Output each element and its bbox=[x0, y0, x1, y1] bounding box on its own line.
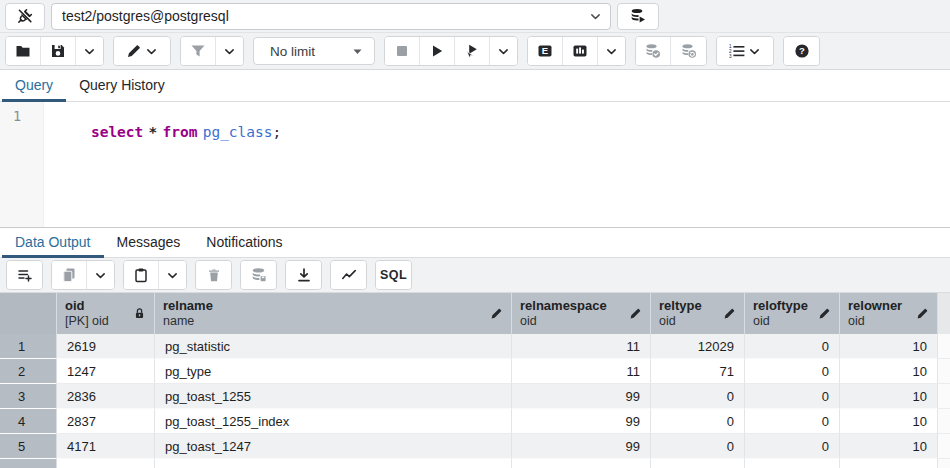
edit-column-icon[interactable] bbox=[629, 307, 642, 320]
macros-menu-button[interactable]: 123 bbox=[717, 37, 773, 65]
cell-reltype[interactable]: 12029 bbox=[651, 334, 745, 359]
chevron-down-icon bbox=[145, 45, 158, 58]
stop-button[interactable] bbox=[385, 37, 420, 65]
cell-reloftype[interactable]: 0 bbox=[745, 359, 840, 384]
cell-reltype[interactable]: 0 bbox=[651, 384, 745, 409]
download-results-button[interactable] bbox=[286, 261, 321, 289]
execute-options-dropdown[interactable] bbox=[490, 37, 517, 65]
tab-query[interactable]: Query bbox=[2, 70, 66, 102]
cell-relname[interactable]: pg_statistic bbox=[155, 334, 512, 359]
tab-notifications[interactable]: Notifications bbox=[193, 228, 295, 258]
edit-column-icon[interactable] bbox=[818, 307, 831, 320]
graph-visualiser-button[interactable] bbox=[331, 261, 366, 289]
cell-relname[interactable]: pg_type bbox=[155, 359, 512, 384]
cell-reltype[interactable]: 71 bbox=[651, 359, 745, 384]
filter-options-dropdown[interactable] bbox=[216, 37, 243, 65]
column-header-relnamespace[interactable]: relnamespace oid bbox=[512, 293, 651, 334]
grid-header-row: oid [PK] oid relname name relnamespace o… bbox=[0, 293, 950, 334]
explain-options-dropdown[interactable] bbox=[598, 37, 625, 65]
edit-menu-button[interactable] bbox=[114, 37, 170, 65]
cell-relowner[interactable]: 10 bbox=[840, 359, 938, 384]
cell-relnamespace[interactable]: 11 bbox=[512, 359, 651, 384]
cell-relnamespace[interactable]: 99 bbox=[512, 409, 651, 434]
table-row[interactable]: 5 4171 pg_toast_1247 99 0 0 10 bbox=[0, 434, 950, 459]
open-file-button[interactable] bbox=[6, 37, 41, 65]
row-limit-select[interactable]: No limit bbox=[253, 37, 375, 65]
add-row-button[interactable] bbox=[7, 261, 42, 289]
tab-query-history[interactable]: Query History bbox=[66, 70, 178, 102]
save-icon bbox=[50, 43, 66, 59]
rollback-button[interactable] bbox=[671, 37, 706, 65]
cell-relowner[interactable]: 10 bbox=[840, 334, 938, 359]
copy-button[interactable] bbox=[52, 261, 87, 289]
editor-code-area[interactable]: select*frompg_class; bbox=[44, 102, 950, 227]
row-gutter bbox=[938, 434, 950, 459]
edit-column-icon[interactable] bbox=[723, 307, 736, 320]
cell-oid[interactable]: 4171 bbox=[57, 434, 155, 459]
table-row[interactable]: 4 2837 pg_toast_1255_index 99 0 0 10 bbox=[0, 409, 950, 434]
cell-relname[interactable]: pg_toast_1255_index bbox=[155, 409, 512, 434]
column-header-relowner[interactable]: relowner oid bbox=[840, 293, 938, 334]
show-sql-button[interactable]: SQL bbox=[376, 261, 411, 289]
cell-reltype[interactable]: 0 bbox=[651, 434, 745, 459]
edit-column-icon[interactable] bbox=[916, 307, 929, 320]
cell-oid[interactable]: 2836 bbox=[57, 384, 155, 409]
row-number[interactable]: 3 bbox=[0, 384, 57, 409]
column-header-reltype[interactable]: reltype oid bbox=[651, 293, 745, 334]
edit-column-icon[interactable] bbox=[490, 307, 503, 320]
chevron-down-icon bbox=[83, 45, 96, 58]
chevron-down-icon bbox=[589, 10, 602, 23]
cell-relname[interactable]: pg_toast_1247 bbox=[155, 434, 512, 459]
cell-relnamespace[interactable]: 11 bbox=[512, 334, 651, 359]
execute-button[interactable] bbox=[420, 37, 455, 65]
save-options-dropdown[interactable] bbox=[76, 37, 103, 65]
cell-reloftype[interactable]: 0 bbox=[745, 409, 840, 434]
cell-relowner[interactable]: 10 bbox=[840, 409, 938, 434]
cell-oid[interactable]: 2619 bbox=[57, 334, 155, 359]
column-header-oid[interactable]: oid [PK] oid bbox=[57, 293, 155, 334]
delete-row-button[interactable] bbox=[196, 261, 231, 289]
help-icon: ? bbox=[794, 43, 810, 59]
table-row[interactable]: 3 2836 pg_toast_1255 99 0 0 10 bbox=[0, 384, 950, 409]
explain-button[interactable]: E bbox=[528, 37, 563, 65]
cell-oid[interactable]: 2837 bbox=[57, 409, 155, 434]
sql-editor[interactable]: 1 select*frompg_class; bbox=[0, 102, 950, 227]
grid-select-all-corner[interactable] bbox=[0, 293, 57, 334]
tab-data-output[interactable]: Data Output bbox=[2, 228, 104, 258]
connection-status-button[interactable] bbox=[5, 3, 45, 30]
new-connection-button[interactable] bbox=[617, 3, 659, 30]
cell-relnamespace[interactable]: 99 bbox=[512, 384, 651, 409]
connection-selector[interactable]: test2/postgres@postgresql bbox=[51, 3, 611, 30]
row-number[interactable]: 4 bbox=[0, 409, 57, 434]
explain-analyze-button[interactable] bbox=[563, 37, 598, 65]
cell-reloftype[interactable]: 0 bbox=[745, 334, 840, 359]
help-button[interactable]: ? bbox=[784, 37, 819, 65]
row-number[interactable]: 5 bbox=[0, 434, 57, 459]
row-number[interactable]: 1 bbox=[0, 334, 57, 359]
column-header-relname[interactable]: relname name bbox=[155, 293, 512, 334]
cell-relowner[interactable]: 10 bbox=[840, 434, 938, 459]
cell-reloftype[interactable]: 0 bbox=[745, 384, 840, 409]
cell-relnamespace[interactable]: 99 bbox=[512, 434, 651, 459]
paste-icon bbox=[133, 267, 149, 283]
row-number[interactable]: 2 bbox=[0, 359, 57, 384]
cell-relname[interactable]: pg_toast_1255 bbox=[155, 384, 512, 409]
table-row[interactable]: 1 2619 pg_statistic 11 12029 0 10 bbox=[0, 334, 950, 359]
save-data-changes-button[interactable] bbox=[241, 261, 276, 289]
cell-reloftype[interactable]: 0 bbox=[745, 434, 840, 459]
commit-button[interactable] bbox=[636, 37, 671, 65]
macros-list-icon: 123 bbox=[729, 43, 745, 59]
cell-relowner[interactable]: 10 bbox=[840, 384, 938, 409]
table-row[interactable]: 2 1247 pg_type 11 71 0 10 bbox=[0, 359, 950, 384]
copy-options-dropdown[interactable] bbox=[87, 261, 114, 289]
filter-icon bbox=[190, 43, 206, 59]
tab-messages[interactable]: Messages bbox=[104, 228, 194, 258]
column-header-reloftype[interactable]: reloftype oid bbox=[745, 293, 840, 334]
filter-button[interactable] bbox=[181, 37, 216, 65]
save-file-button[interactable] bbox=[41, 37, 76, 65]
execute-to-cursor-button[interactable] bbox=[455, 37, 490, 65]
paste-options-dropdown[interactable] bbox=[159, 261, 186, 289]
cell-reltype[interactable]: 0 bbox=[651, 409, 745, 434]
cell-oid[interactable]: 1247 bbox=[57, 359, 155, 384]
paste-button[interactable] bbox=[124, 261, 159, 289]
